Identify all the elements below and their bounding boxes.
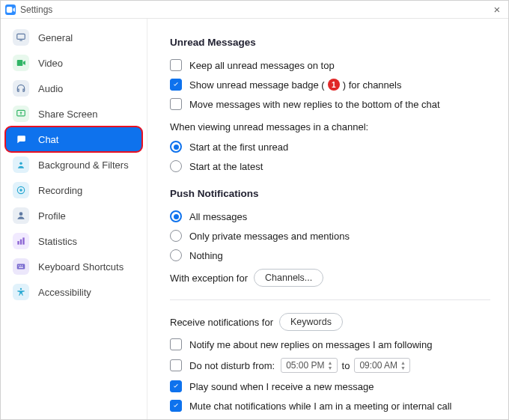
dnd-to-label: to — [342, 360, 350, 371]
sidebar-item-audio[interactable]: Audio — [5, 76, 142, 101]
svg-rect-7 — [17, 241, 19, 245]
sidebar-item-video[interactable]: Video — [5, 50, 142, 76]
push-nothing-label: Nothing — [189, 250, 223, 261]
sidebar-item-label: Recording — [38, 185, 82, 196]
push-notifications-heading: Push Notifications — [170, 188, 490, 199]
dnd-from-input[interactable]: 05:00 PM ▲▼ — [281, 358, 337, 373]
sidebar-item-label: Chat — [38, 134, 58, 145]
profile-icon — [13, 207, 29, 224]
sidebar-item-accessibility[interactable]: Accessibility — [5, 279, 142, 305]
svg-rect-14 — [19, 267, 23, 268]
keep-unread-on-top-row[interactable]: Keep all unread messages on top — [170, 55, 490, 75]
mute-in-meeting-row[interactable]: Mute chat notifications while I am in a … — [170, 396, 490, 416]
settings-window: Settings × General Video Audio Share Scr… — [0, 0, 509, 420]
section-divider — [170, 299, 490, 300]
keep-unread-on-top-label: Keep all unread messages on top — [189, 60, 490, 71]
chat-settings-panel: Unread Messages Keep all unread messages… — [147, 19, 508, 419]
start-latest-radio[interactable] — [170, 160, 182, 172]
channels-button[interactable]: Channels... — [254, 269, 323, 287]
chat-icon — [13, 131, 29, 147]
push-private-radio[interactable] — [170, 230, 182, 242]
mute-in-meeting-checkbox[interactable] — [170, 400, 182, 412]
sidebar-item-recording[interactable]: Recording — [5, 177, 142, 203]
start-first-unread-row[interactable]: Start at the first unread — [170, 137, 490, 156]
move-replies-bottom-checkbox[interactable] — [170, 98, 182, 110]
svg-rect-10 — [17, 264, 25, 270]
headphones-icon — [13, 80, 29, 97]
statistics-icon — [13, 233, 29, 249]
exception-label: With exception for — [170, 273, 248, 284]
push-nothing-row[interactable]: Nothing — [170, 246, 490, 265]
keyboard-icon — [13, 258, 29, 275]
record-icon — [13, 182, 29, 198]
sidebar-item-keyboard-shortcuts[interactable]: Keyboard Shortcuts — [5, 254, 142, 279]
sidebar-item-profile[interactable]: Profile — [5, 203, 142, 228]
svg-rect-9 — [22, 237, 24, 244]
svg-point-6 — [19, 212, 23, 216]
svg-rect-0 — [17, 34, 25, 39]
notify-follow-checkbox[interactable] — [170, 338, 182, 350]
sidebar-item-label: Audio — [38, 83, 63, 94]
stepper-icon[interactable]: ▲▼ — [400, 359, 408, 371]
unread-messages-heading: Unread Messages — [170, 37, 490, 48]
sidebar-item-chat[interactable]: Chat — [5, 127, 142, 152]
sidebar-item-label: Share Screen — [38, 109, 98, 120]
accessibility-icon — [13, 284, 29, 300]
start-latest-label: Start at the latest — [189, 161, 263, 172]
move-replies-bottom-row[interactable]: Move messages with new replies to the bo… — [170, 94, 490, 114]
push-all-radio[interactable] — [170, 210, 182, 222]
window-title: Settings — [20, 4, 52, 15]
svg-rect-1 — [19, 40, 22, 41]
window-titlebar: Settings × — [1, 1, 508, 19]
sidebar-item-background-filters[interactable]: Background & Filters — [5, 152, 142, 177]
push-nothing-radio[interactable] — [170, 249, 182, 261]
show-unread-badge-row[interactable]: Show unread message badge ( 1 ) for chan… — [170, 75, 490, 94]
play-sound-label: Play sound when I receive a new message — [189, 381, 374, 392]
receive-notifications-row: Receive notifications for Keywords — [170, 309, 490, 335]
dnd-row[interactable]: Do not disturb from: 05:00 PM ▲▼ to 09:0… — [170, 354, 490, 377]
receive-notifications-label: Receive notifications for — [170, 317, 273, 328]
keep-unread-on-top-checkbox[interactable] — [170, 59, 182, 71]
svg-rect-8 — [20, 240, 22, 245]
push-private-row[interactable]: Only private messages and mentions — [170, 226, 490, 246]
video-icon — [13, 55, 29, 71]
sidebar-item-statistics[interactable]: Statistics — [5, 228, 142, 254]
play-sound-row[interactable]: Play sound when I receive a new message — [170, 377, 490, 396]
push-all-row[interactable]: All messages — [170, 207, 490, 226]
start-latest-row[interactable]: Start at the latest — [170, 156, 490, 176]
banner-dismissed-row[interactable]: Show notification banner on screen until… — [170, 416, 490, 419]
share-screen-icon — [13, 106, 29, 122]
mute-in-meeting-label: Mute chat notifications while I am in a … — [189, 401, 451, 412]
svg-point-15 — [20, 288, 22, 290]
close-button[interactable]: × — [490, 4, 504, 15]
notify-follow-label: Notify me about new replies on messages … — [189, 339, 432, 350]
sidebar-item-label: Video — [38, 58, 63, 69]
show-unread-badge-label: Show unread message badge ( 1 ) for chan… — [189, 79, 490, 91]
settings-sidebar: General Video Audio Share Screen Chat Ba… — [1, 19, 147, 419]
background-icon — [13, 156, 29, 173]
sidebar-item-label: Accessibility — [38, 287, 91, 298]
sidebar-item-label: Profile — [38, 210, 66, 222]
play-sound-checkbox[interactable] — [170, 380, 182, 392]
sidebar-item-general[interactable]: General — [5, 25, 142, 50]
start-first-unread-label: Start at the first unread — [189, 141, 288, 153]
exception-row: With exception for Channels... — [170, 265, 490, 290]
dnd-to-input[interactable]: 09:00 AM ▲▼ — [354, 358, 410, 373]
svg-rect-13 — [22, 265, 22, 266]
push-all-label: All messages — [189, 211, 247, 222]
start-first-unread-radio[interactable] — [170, 141, 182, 153]
keywords-button[interactable]: Keywords — [279, 313, 343, 331]
dnd-checkbox[interactable] — [170, 359, 182, 371]
show-unread-badge-checkbox[interactable] — [170, 79, 182, 91]
svg-point-3 — [19, 162, 22, 165]
sidebar-item-label: Background & Filters — [38, 159, 129, 171]
notify-follow-row[interactable]: Notify me about new replies on messages … — [170, 335, 490, 354]
sidebar-item-label: Statistics — [38, 236, 77, 247]
monitor-icon — [13, 29, 29, 46]
sidebar-item-share-screen[interactable]: Share Screen — [5, 101, 142, 127]
push-private-label: Only private messages and mentions — [189, 231, 350, 242]
sidebar-item-label: General — [38, 32, 73, 43]
stepper-icon[interactable]: ▲▼ — [328, 359, 335, 371]
dnd-label: Do not disturb from: — [189, 360, 275, 371]
sidebar-item-label: Keyboard Shortcuts — [38, 261, 124, 273]
